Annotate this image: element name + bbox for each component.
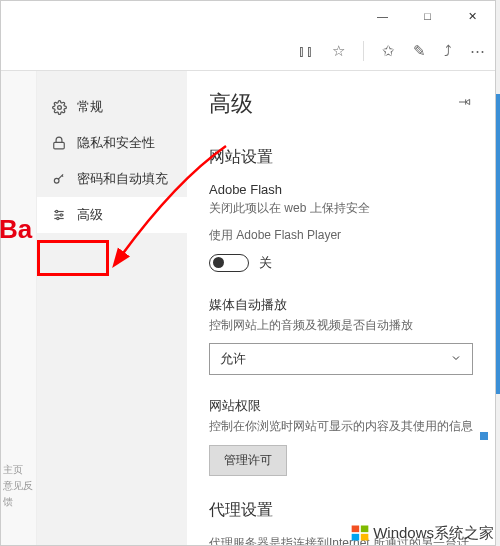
baidu-logo: Ba <box>0 214 32 245</box>
svg-point-2 <box>54 178 59 183</box>
settings-sidebar: 常规 隐私和安全性 密码和自动填充 高级 <box>37 71 187 545</box>
more-icon[interactable]: ⋯ <box>470 42 485 60</box>
add-favorite-icon[interactable]: ✩ <box>382 42 395 60</box>
autoplay-select[interactable]: 允许 <box>209 343 473 375</box>
svg-rect-11 <box>352 534 360 541</box>
sidebar-item-passwords[interactable]: 密码和自动填充 <box>37 161 187 197</box>
pin-icon[interactable] <box>457 94 473 114</box>
share-icon[interactable]: ⤴ <box>444 42 452 59</box>
close-button[interactable]: ✕ <box>450 1 495 31</box>
notes-icon[interactable]: ✎ <box>413 42 426 60</box>
flash-toggle-text: 使用 Adobe Flash Player <box>209 227 473 244</box>
sidebar-item-label: 常规 <box>77 98 103 116</box>
manage-permissions-button[interactable]: 管理许可 <box>209 445 287 476</box>
page-title: 高级 <box>209 89 253 119</box>
svg-point-8 <box>57 217 59 219</box>
sliders-icon <box>51 207 67 223</box>
main-header: 高级 <box>209 89 473 119</box>
sidebar-item-advanced[interactable]: 高级 <box>37 197 187 233</box>
chevron-down-icon <box>450 352 462 367</box>
key-icon <box>51 171 67 187</box>
autoplay-desc: 控制网站上的音频及视频是否自动播放 <box>209 317 473 334</box>
reading-list-icon[interactable]: ⫿⫿ <box>298 42 314 59</box>
browser-toolbar: ⫿⫿ ☆ ✩ ✎ ⤴ ⋯ <box>1 31 495 71</box>
svg-rect-9 <box>352 526 360 533</box>
svg-point-7 <box>60 214 62 216</box>
settings-main: 高级 网站设置 Adobe Flash 关闭此项以在 web 上保持安全 使用 … <box>187 71 495 545</box>
gear-icon <box>51 99 67 115</box>
permissions-desc: 控制在你浏览时网站可显示的内容及其使用的信息 <box>209 418 473 435</box>
sidebar-item-label: 密码和自动填充 <box>77 170 168 188</box>
background-edge <box>496 94 500 394</box>
flash-state: 关 <box>259 254 272 272</box>
sidebar-item-general[interactable]: 常规 <box>37 89 187 125</box>
sidebar-item-privacy[interactable]: 隐私和安全性 <box>37 125 187 161</box>
divider <box>363 41 364 61</box>
flash-toggle-row: 关 <box>209 254 473 272</box>
sidebar-item-label: 隐私和安全性 <box>77 134 155 152</box>
footer-home[interactable]: 主页 <box>3 462 36 478</box>
svg-point-6 <box>56 210 58 212</box>
section-website-settings: 网站设置 <box>209 147 473 168</box>
windows-logo-icon <box>350 523 370 543</box>
svg-point-0 <box>57 105 61 109</box>
sidebar-item-label: 高级 <box>77 206 103 224</box>
page-footer-links: 主页 意见反馈 <box>3 462 36 510</box>
svg-rect-1 <box>54 142 65 148</box>
watermark: Windows系统之家 <box>350 523 494 543</box>
app-window: — □ ✕ ⫿⫿ ☆ ✩ ✎ ⤴ ⋯ Ba 主页 意见反馈 常规 <box>0 0 496 546</box>
section-proxy: 代理设置 <box>209 500 473 521</box>
flash-desc: 关闭此项以在 web 上保持安全 <box>209 200 473 217</box>
footer-feedback[interactable]: 意见反馈 <box>3 478 36 510</box>
permissions-label: 网站权限 <box>209 397 473 415</box>
toggle-knob <box>213 257 224 268</box>
flash-toggle[interactable] <box>209 254 249 272</box>
background-dot <box>480 432 488 440</box>
lock-icon <box>51 135 67 151</box>
select-value: 允许 <box>220 350 246 368</box>
minimize-button[interactable]: — <box>360 1 405 31</box>
titlebar: — □ ✕ <box>1 1 495 31</box>
flash-label: Adobe Flash <box>209 182 473 197</box>
maximize-button[interactable]: □ <box>405 1 450 31</box>
watermark-text: Windows系统之家 <box>373 524 494 543</box>
content-area: Ba 主页 意见反馈 常规 隐私和安全性 <box>1 71 495 545</box>
svg-rect-10 <box>361 526 369 533</box>
autoplay-label: 媒体自动播放 <box>209 296 473 314</box>
favorite-star-icon[interactable]: ☆ <box>332 42 345 60</box>
page-strip: Ba 主页 意见反馈 <box>1 71 37 545</box>
svg-rect-12 <box>361 534 369 541</box>
